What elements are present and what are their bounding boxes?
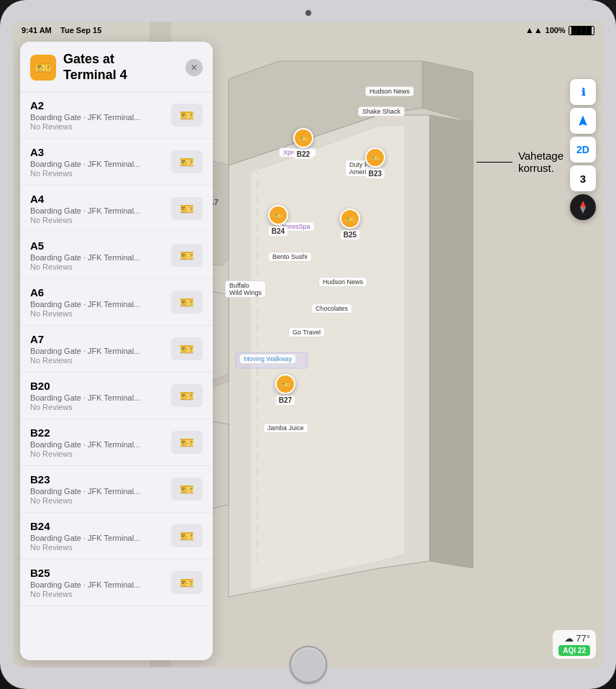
pin-b27-label: B27 bbox=[276, 396, 295, 405]
item-info-9: B24 Boarding Gate · JFK Terminal... No R… bbox=[30, 520, 171, 552]
list-item[interactable]: B23 Boarding Gate · JFK Terminal... No R… bbox=[20, 466, 213, 513]
info-button[interactable]: ℹ bbox=[570, 79, 596, 105]
ticket-icon: 🎫 bbox=[171, 104, 203, 127]
list-item[interactable]: A4 Boarding Gate · JFK Terminal... No Re… bbox=[20, 186, 213, 232]
panel-icon: 🎫 bbox=[30, 55, 56, 81]
panel-header: 🎫 Gates at Terminal 4 ✕ bbox=[20, 42, 213, 92]
item-info-8: B23 Boarding Gate · JFK Terminal... No R… bbox=[30, 473, 171, 505]
ticket-icon: 🎫 bbox=[171, 244, 203, 267]
ipad-screen: 9:41 AM Tue Sep 15 ▲▲ 100% ████ bbox=[13, 22, 603, 667]
item-reviews: No Reviews bbox=[30, 263, 171, 271]
item-name: B25 bbox=[30, 567, 171, 579]
item-info-3: A5 Boarding Gate · JFK Terminal... No Re… bbox=[30, 239, 171, 271]
shop-moving-walkway: Moving Walkway bbox=[239, 354, 296, 364]
ticket-icon: 🎫 bbox=[171, 150, 203, 173]
item-reviews: No Reviews bbox=[30, 450, 171, 458]
item-subtitle: Boarding Gate · JFK Terminal... bbox=[30, 347, 171, 355]
item-subtitle: Boarding Gate · JFK Terminal... bbox=[30, 487, 171, 496]
pin-b22-circle: 🎫 bbox=[293, 128, 313, 148]
panel-list: A2 Boarding Gate · JFK Terminal... No Re… bbox=[20, 92, 213, 660]
shop-shake-shack: Shake Shack bbox=[358, 106, 405, 117]
list-item[interactable]: A3 Boarding Gate · JFK Terminal... No Re… bbox=[20, 139, 213, 186]
pin-b22-label: B22 bbox=[294, 150, 313, 159]
map-controls: ℹ 2D 3 bbox=[570, 79, 596, 220]
ticket-icon: 🎫 bbox=[171, 478, 203, 501]
item-reviews: No Reviews bbox=[30, 403, 171, 411]
map-pin-b27[interactable]: 🎫 B27 bbox=[275, 374, 295, 405]
list-item[interactable]: A2 Boarding Gate · JFK Terminal... No Re… bbox=[20, 92, 213, 139]
pin-b25-label: B25 bbox=[341, 230, 359, 239]
item-subtitle: Boarding Gate · JFK Terminal... bbox=[30, 300, 171, 309]
item-reviews: No Reviews bbox=[30, 169, 171, 178]
view-2d-button[interactable]: 2D bbox=[570, 137, 596, 163]
item-info-5: A7 Boarding Gate · JFK Terminal... No Re… bbox=[30, 333, 171, 365]
map-pin-b23[interactable]: 🎫 B23 bbox=[365, 147, 385, 178]
item-reviews: No Reviews bbox=[30, 356, 171, 365]
annotation-line bbox=[477, 162, 512, 163]
ticket-icon: 🎫 bbox=[171, 291, 203, 314]
item-reviews: No Reviews bbox=[30, 216, 171, 224]
pin-b25-circle: 🎫 bbox=[340, 209, 360, 229]
item-name: A5 bbox=[30, 239, 171, 252]
shop-go-travel: Go Travel bbox=[288, 327, 325, 337]
list-item[interactable]: A6 Boarding Gate · JFK Terminal... No Re… bbox=[20, 279, 213, 326]
battery-icon: ████ bbox=[569, 26, 594, 35]
list-item[interactable]: B24 Boarding Gate · JFK Terminal... No R… bbox=[20, 513, 213, 560]
map-pin-b24[interactable]: 🎫 B24 bbox=[268, 205, 288, 236]
compass-button[interactable] bbox=[570, 194, 596, 220]
item-reviews: No Reviews bbox=[30, 122, 171, 131]
map-pin-b25[interactable]: 🎫 B25 bbox=[340, 209, 360, 239]
item-info-4: A6 Boarding Gate · JFK Terminal... No Re… bbox=[30, 286, 171, 318]
shop-jamba-juice: Jamba Juice bbox=[263, 423, 308, 433]
home-button[interactable] bbox=[290, 646, 327, 683]
status-bar: 9:41 AM Tue Sep 15 ▲▲ 100% ████ bbox=[13, 22, 603, 39]
pin-b24-label: B24 bbox=[269, 227, 288, 236]
ticket-icon: 🎫 bbox=[171, 524, 203, 547]
weather-temp: ☁ 77° bbox=[564, 633, 590, 644]
list-item[interactable]: A5 Boarding Gate · JFK Terminal... No Re… bbox=[20, 232, 213, 279]
item-name: B22 bbox=[30, 426, 171, 439]
svg-marker-5 bbox=[430, 115, 473, 568]
floor-selector-button[interactable]: 3 bbox=[570, 165, 596, 191]
battery-text: 100% bbox=[546, 26, 566, 35]
item-name: A2 bbox=[30, 99, 171, 111]
item-name: B20 bbox=[30, 380, 171, 392]
item-name: A6 bbox=[30, 286, 171, 298]
item-info-6: B20 Boarding Gate · JFK Terminal... No R… bbox=[30, 380, 171, 411]
pin-b23-circle: 🎫 bbox=[365, 147, 385, 168]
item-subtitle: Boarding Gate · JFK Terminal... bbox=[30, 113, 171, 122]
ticket-icon: 🎫 bbox=[171, 431, 203, 454]
item-name: B24 bbox=[30, 520, 171, 532]
panel-title: Gates at Terminal 4 bbox=[63, 52, 178, 83]
item-reviews: No Reviews bbox=[30, 590, 171, 598]
map-pin-b22[interactable]: 🎫 B22 bbox=[293, 128, 313, 159]
item-info-0: A2 Boarding Gate · JFK Terminal... No Re… bbox=[30, 99, 171, 131]
item-name: A7 bbox=[30, 333, 171, 345]
pin-b23-label: B23 bbox=[366, 169, 385, 178]
item-name: B23 bbox=[30, 473, 171, 485]
shop-hudson-news-2: Hudson News bbox=[318, 277, 367, 287]
item-name: A4 bbox=[30, 193, 171, 205]
ipad-device: 9:41 AM Tue Sep 15 ▲▲ 100% ████ bbox=[0, 0, 616, 689]
list-item[interactable]: B25 Boarding Gate · JFK Terminal... No R… bbox=[20, 560, 213, 606]
floor-annotation: Vahetage korrust. bbox=[477, 150, 564, 174]
list-item[interactable]: B20 Boarding Gate · JFK Terminal... No R… bbox=[20, 373, 213, 419]
close-button[interactable]: ✕ bbox=[185, 59, 203, 76]
item-subtitle: Boarding Gate · JFK Terminal... bbox=[30, 160, 171, 168]
shop-buffalo-wings: BuffaloWild Wings bbox=[225, 280, 266, 298]
annotation-text: Vahetage korrust. bbox=[518, 150, 564, 174]
compass-north bbox=[580, 201, 586, 207]
weather-widget: ☁ 77° AQI 22 bbox=[553, 630, 596, 659]
status-time: 9:41 AM Tue Sep 15 bbox=[22, 26, 101, 35]
list-item[interactable]: B22 Boarding Gate · JFK Terminal... No R… bbox=[20, 419, 213, 466]
item-name: A3 bbox=[30, 146, 171, 158]
pin-b24-circle: 🎫 bbox=[268, 205, 288, 225]
compass-south bbox=[580, 207, 586, 214]
item-reviews: No Reviews bbox=[30, 496, 171, 505]
shop-chocolates: Chocolates bbox=[311, 304, 352, 314]
item-subtitle: Boarding Gate · JFK Terminal... bbox=[30, 253, 171, 262]
list-item[interactable]: A7 Boarding Gate · JFK Terminal... No Re… bbox=[20, 326, 213, 373]
item-info-10: B25 Boarding Gate · JFK Terminal... No R… bbox=[30, 567, 171, 598]
directions-button[interactable] bbox=[570, 108, 596, 134]
pin-b27-circle: 🎫 bbox=[275, 374, 295, 394]
